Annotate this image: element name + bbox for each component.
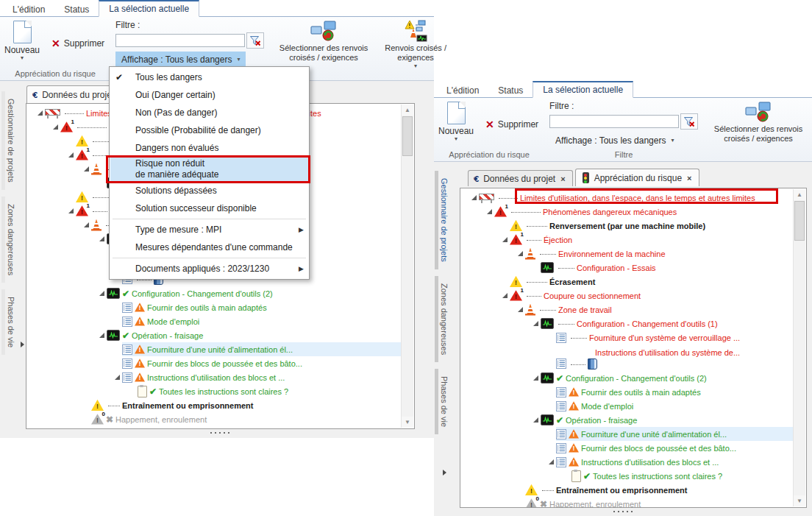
tree-row[interactable]: !1Éjection xyxy=(461,233,794,247)
scrollbar-thumb[interactable] xyxy=(794,201,805,241)
delete-button[interactable]: ✕ Supprimer xyxy=(48,36,108,51)
tree-row[interactable]: !Fournir des outils à main adaptés xyxy=(27,300,402,314)
scroll-down-arrow[interactable]: ▼ xyxy=(794,495,805,506)
tree-row[interactable]: !Fournir des blocs de poussée et des bât… xyxy=(27,356,402,370)
menu-item[interactable]: Documents appliqués : 2023/1230▶ xyxy=(110,260,308,278)
chevron-down-icon[interactable]: ▾ xyxy=(455,136,457,142)
collapse-panel-arrow[interactable] xyxy=(21,342,24,347)
menu-item[interactable]: Solutions dépassées xyxy=(110,182,308,199)
new-button[interactable]: Nouveau ▾ xyxy=(2,18,42,68)
tree-row[interactable]: !Fourniture d'une unité d'alimentation é… xyxy=(461,427,794,441)
expander-icon[interactable] xyxy=(84,222,89,227)
tree-row[interactable]: !Fourniture d'une unité d'alimentation é… xyxy=(27,342,402,356)
tree-row[interactable]: !Mode d'emploi xyxy=(461,399,794,413)
expander-icon[interactable] xyxy=(471,195,477,200)
expander-icon[interactable] xyxy=(99,236,104,241)
ribbon-tab[interactable]: L'édition xyxy=(3,2,54,17)
collapse-panel-arrow[interactable] xyxy=(443,470,446,476)
tab-donnees-du-projet[interactable]: ͨ€ Données du projet × xyxy=(468,170,573,186)
tree-row[interactable]: Configuration - Changement d'outils (1) xyxy=(461,317,794,331)
tree-row[interactable]: ✔Toutes les instructions sont claires ? xyxy=(461,469,794,483)
tree-row[interactable]: !Fournir des blocs de poussée et des bât… xyxy=(461,441,794,455)
clear-filter-button[interactable] xyxy=(680,113,698,130)
tree-row[interactable]: !0✖Happement, enroulement xyxy=(27,412,402,426)
close-icon[interactable]: × xyxy=(687,174,691,183)
tree-row[interactable]: !Fournir des outils à main adaptés xyxy=(461,385,794,399)
menu-item[interactable]: Type de mesure : MPI▶ xyxy=(110,221,308,238)
tree-row[interactable]: !0✖Happement, enroulement xyxy=(461,497,794,508)
expander-icon[interactable] xyxy=(502,237,508,242)
tree-row[interactable]: !1Coupure ou sectionnement xyxy=(461,289,794,303)
close-icon[interactable]: × xyxy=(560,174,565,183)
menu-item[interactable]: ✔Tous les dangers xyxy=(110,68,308,86)
expander-icon[interactable] xyxy=(533,321,538,326)
display-filter-dropdown[interactable]: Affichage : Tous les dangers ▾ xyxy=(549,132,680,148)
expander-icon[interactable] xyxy=(518,251,523,256)
sidebar-vertical-tab[interactable]: Zones dangereuses xyxy=(1,197,24,283)
splitter-handle[interactable] xyxy=(210,431,229,434)
expander-icon[interactable] xyxy=(68,208,74,213)
menu-item[interactable]: Solution successeur disponible xyxy=(110,199,308,217)
expander-icon[interactable] xyxy=(533,375,538,381)
tree-row[interactable]: ✔Configuration - Changement d'outils (2) xyxy=(27,286,402,300)
ribbon-tab[interactable]: La sélection actuelle xyxy=(99,0,199,17)
filter-input[interactable] xyxy=(115,34,245,47)
expander-icon[interactable] xyxy=(115,375,120,380)
tree-row[interactable]: !1Phénomènes dangereux mécaniques xyxy=(461,205,794,219)
expander-icon[interactable] xyxy=(533,417,538,423)
display-filter-dropdown[interactable]: Affichage : Tous les dangers ▾ xyxy=(115,52,246,67)
splitter-handle[interactable] xyxy=(613,510,633,513)
menu-item[interactable]: Non (Pas de danger) xyxy=(110,104,308,121)
menu-item[interactable]: Risque non réduitde manière adéquate xyxy=(110,157,308,182)
expander-icon[interactable] xyxy=(68,152,74,158)
tree-row[interactable]: !Entraînement ou emprisonnement xyxy=(461,483,794,497)
tree-row[interactable]: !Mode d'emploi xyxy=(27,314,402,328)
expander-icon[interactable] xyxy=(99,291,104,296)
menu-item[interactable]: Possible (Probabilité de danger) xyxy=(110,121,308,139)
expander-icon[interactable] xyxy=(518,307,523,312)
ribbon-tab[interactable]: La sélection actuelle xyxy=(533,81,633,98)
select-crossrefs-button[interactable]: Sélectionner des renvois croisés / exige… xyxy=(705,99,811,158)
sidebar-vertical-tab[interactable]: Gestionnaire de projets xyxy=(434,171,454,269)
expander-icon[interactable] xyxy=(53,124,58,130)
crossrefs-button[interactable]: Renvois croisés / exigences ▾ xyxy=(380,18,451,77)
scroll-down-arrow[interactable]: ▼ xyxy=(402,417,413,428)
tree-row[interactable]: Fourniture d'un système de verrouillage … xyxy=(461,331,794,344)
menu-item[interactable]: Mesures dépendantes d'une commande xyxy=(110,238,308,256)
tree-row[interactable]: Configuration - Essais xyxy=(461,261,794,275)
filter-input[interactable] xyxy=(549,115,679,128)
expander-icon[interactable] xyxy=(84,166,89,172)
tree-row[interactable]: Limites d'utilisation, dans l'espace, da… xyxy=(461,191,794,205)
ribbon-tab[interactable]: Status xyxy=(488,83,533,98)
tree-row[interactable]: ✔Toutes les instructions sont claires ? xyxy=(27,384,402,398)
menu-item[interactable]: Dangers non évalués xyxy=(110,139,308,157)
sidebar-vertical-tab[interactable]: Phases de vie xyxy=(434,369,454,434)
vertical-scrollbar[interactable]: ▲ ▼ xyxy=(401,105,413,428)
tree-row[interactable]: Instructions d'utilisation du système de… xyxy=(461,344,794,371)
chevron-down-icon[interactable]: ▾ xyxy=(21,55,24,61)
ribbon-tab[interactable]: L'édition xyxy=(437,83,488,98)
new-button[interactable]: Nouveau ▾ xyxy=(436,99,476,149)
expander-icon[interactable] xyxy=(549,459,554,464)
vertical-scrollbar[interactable]: ▲ ▼ xyxy=(793,189,805,506)
scroll-up-arrow[interactable]: ▲ xyxy=(402,105,413,116)
scrollbar-thumb[interactable] xyxy=(402,116,413,156)
expander-icon[interactable] xyxy=(487,209,492,214)
expander-icon[interactable] xyxy=(99,333,104,338)
tree-row[interactable]: Environnement de la machine xyxy=(461,247,794,261)
sidebar-vertical-tab[interactable]: Gestionnaire de projets xyxy=(1,91,24,190)
scroll-up-arrow[interactable]: ▲ xyxy=(794,189,805,200)
ribbon-tab[interactable]: Status xyxy=(54,2,99,17)
tree-row[interactable]: !Renversement (par une machine mobile) xyxy=(461,219,794,233)
tab-appreciation-du-risque[interactable]: Appréciation du risque × xyxy=(575,169,699,186)
tree-row[interactable]: !Instructions d'utilisation des blocs et… xyxy=(27,370,402,384)
delete-button[interactable]: ✕ Supprimer xyxy=(482,117,542,132)
expander-icon[interactable] xyxy=(38,110,43,116)
sidebar-vertical-tab[interactable]: Zones dangereuses xyxy=(434,276,454,362)
expander-icon[interactable] xyxy=(502,293,508,298)
clear-filter-button[interactable] xyxy=(246,32,264,49)
tree-row[interactable]: !Entraînement ou emprisonnement xyxy=(27,398,402,412)
tree-row[interactable]: !Écrasement xyxy=(461,275,794,289)
tree-row[interactable]: ✔Opération - fraisage xyxy=(461,413,794,427)
tree-row[interactable]: ✔Configuration - Changement d'outils (2) xyxy=(461,371,794,385)
